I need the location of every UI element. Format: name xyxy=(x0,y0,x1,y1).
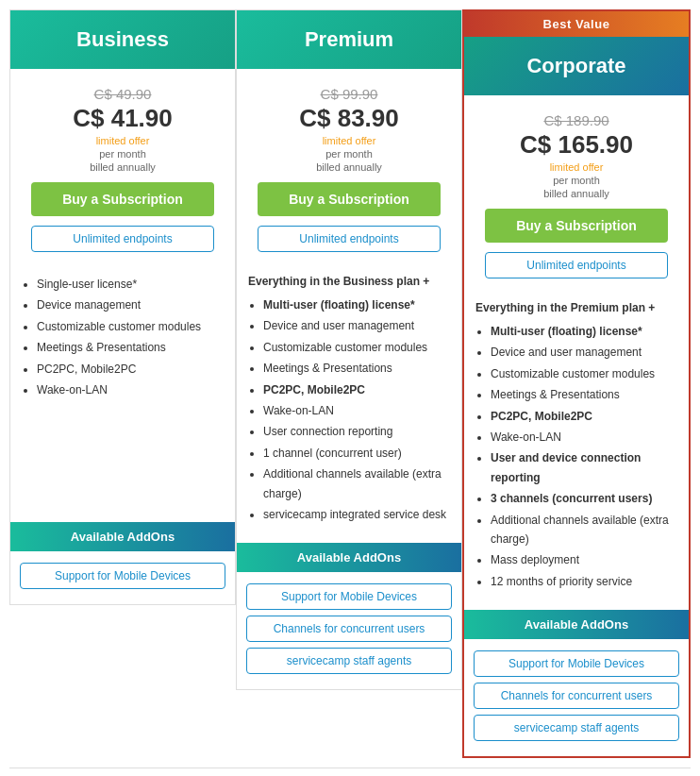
addon-button-corporate[interactable]: Support for Mobile Devices xyxy=(474,650,679,677)
plan-corporate: Best Value Corporate C$ 189.90 C$ 165.90… xyxy=(462,9,691,758)
billing-info1-business: per month xyxy=(22,148,224,160)
plan-includes-corporate: Everything in the Premium plan + xyxy=(475,301,677,314)
limited-offer-business: limited offer xyxy=(22,135,224,146)
plan-header-premium: Premium xyxy=(237,10,461,69)
plan-includes-premium: Everything in the Business plan + xyxy=(248,275,450,288)
features-list-corporate: Multi-user (floating) license*Device and… xyxy=(475,322,677,591)
addon-button-premium[interactable]: Support for Mobile Devices xyxy=(246,583,452,610)
plan-body-corporate: C$ 189.90 C$ 165.90 limited offer per mo… xyxy=(464,95,689,294)
addon-button-business[interactable]: Support for Mobile Devices xyxy=(20,563,225,589)
features-section-corporate: Everything in the Premium plan +Multi-us… xyxy=(464,294,689,600)
plan-body-premium: C$ 99.90 C$ 83.90 limited offer per mont… xyxy=(237,69,461,267)
buy-button-business[interactable]: Buy a Subscription xyxy=(31,182,214,216)
feature-item: Meetings & Presentations xyxy=(263,359,450,378)
feature-item: Customizable customer modules xyxy=(491,364,677,383)
endpoints-button-corporate[interactable]: Unlimited endpoints xyxy=(485,252,668,278)
plan-business: Business C$ 49.90 C$ 41.90 limited offer… xyxy=(9,9,236,605)
feature-item: Device management xyxy=(37,295,224,314)
original-price-business: C$ 49.90 xyxy=(22,86,224,102)
feature-item: Additional channels available (extra cha… xyxy=(491,511,677,549)
plan-name-premium: Premium xyxy=(246,27,452,52)
feature-item: PC2PC, Mobile2PC xyxy=(491,407,677,426)
addon-button-corporate[interactable]: servicecamp staff agents xyxy=(474,715,679,741)
plan-premium: Premium C$ 99.90 C$ 83.90 limited offer … xyxy=(236,9,462,690)
features-section-business: Single-user license*Device managementCus… xyxy=(10,267,235,513)
feature-item: PC2PC, Mobile2PC xyxy=(263,380,450,399)
best-value-banner: Best Value xyxy=(464,11,689,37)
addons-buttons-corporate: Support for Mobile DevicesChannels for c… xyxy=(464,639,689,756)
plan-name-corporate: Corporate xyxy=(474,54,679,78)
feature-item: 1 channel (concurrent user) xyxy=(263,444,450,463)
addon-button-premium[interactable]: Channels for concurrent users xyxy=(246,616,452,642)
addon-button-corporate[interactable]: Channels for concurrent users xyxy=(474,683,679,709)
current-price-premium: C$ 83.90 xyxy=(248,104,450,133)
addons-buttons-premium: Support for Mobile DevicesChannels for c… xyxy=(237,572,461,689)
endpoints-button-business[interactable]: Unlimited endpoints xyxy=(31,226,214,252)
feature-item: servicecamp integrated service desk xyxy=(263,505,450,524)
endpoints-button-premium[interactable]: Unlimited endpoints xyxy=(258,226,441,252)
feature-item: Customizable customer modules xyxy=(37,317,224,336)
feature-item: 3 channels (concurrent users) xyxy=(491,489,677,508)
feature-item: 12 months of priority service xyxy=(491,572,677,591)
addon-button-premium[interactable]: servicecamp staff agents xyxy=(246,648,452,674)
buy-button-premium[interactable]: Buy a Subscription xyxy=(258,182,441,216)
feature-item: Additional channels available (extra cha… xyxy=(263,464,450,503)
feature-item: Wake-on-LAN xyxy=(491,428,677,447)
feature-item: Customizable customer modules xyxy=(263,338,450,357)
plan-body-business: C$ 49.90 C$ 41.90 limited offer per mont… xyxy=(10,69,235,267)
addons-section-corporate: Available AddOns xyxy=(464,610,689,639)
feature-item: Wake-on-LAN xyxy=(263,401,450,420)
addons-buttons-business: Support for Mobile Devices xyxy=(10,551,235,604)
feature-item: Wake-on-LAN xyxy=(37,380,224,399)
features-section-premium: Everything in the Business plan +Multi-u… xyxy=(237,267,461,533)
billing-info2-premium: billed annually xyxy=(248,161,450,173)
addons-section-business: Available AddOns xyxy=(10,522,235,551)
feature-item: Device and user management xyxy=(491,343,677,362)
addons-section-premium: Available AddOns xyxy=(237,543,461,572)
plan-header-business: Business xyxy=(10,10,235,69)
feature-item: PC2PC, Mobile2PC xyxy=(37,360,224,379)
feature-item: User and device connection reporting xyxy=(491,448,677,487)
current-price-corporate: C$ 165.90 xyxy=(475,130,677,160)
feature-item: Mass deployment xyxy=(491,550,677,569)
feature-item: Meetings & Presentations xyxy=(491,385,677,404)
footnote: *A single-user license permits connectio… xyxy=(9,768,691,776)
limited-offer-premium: limited offer xyxy=(248,135,450,146)
limited-offer-corporate: limited offer xyxy=(475,161,677,173)
pricing-wrapper: Business C$ 49.90 C$ 41.90 limited offer… xyxy=(0,0,700,776)
original-price-premium: C$ 99.90 xyxy=(248,86,450,102)
features-list-business: Single-user license*Device managementCus… xyxy=(22,275,224,399)
billing-info1-corporate: per month xyxy=(475,175,677,186)
feature-item: Device and user management xyxy=(263,316,450,335)
plans-container: Business C$ 49.90 C$ 41.90 limited offer… xyxy=(9,9,691,758)
current-price-business: C$ 41.90 xyxy=(22,104,224,133)
buy-button-corporate[interactable]: Buy a Subscription xyxy=(485,209,668,243)
billing-info2-business: billed annually xyxy=(22,161,224,173)
feature-item: Single-user license* xyxy=(37,275,224,294)
feature-item: Multi-user (floating) license* xyxy=(263,295,450,314)
original-price-corporate: C$ 189.90 xyxy=(475,112,677,128)
feature-item: User connection reporting xyxy=(263,422,450,441)
plan-name-business: Business xyxy=(20,27,225,52)
features-list-premium: Multi-user (floating) license*Device and… xyxy=(248,295,450,524)
feature-item: Multi-user (floating) license* xyxy=(491,322,677,341)
billing-info1-premium: per month xyxy=(248,148,450,160)
plan-header-corporate: Corporate xyxy=(464,37,689,95)
feature-item: Meetings & Presentations xyxy=(37,338,224,357)
billing-info2-corporate: billed annually xyxy=(475,188,677,199)
